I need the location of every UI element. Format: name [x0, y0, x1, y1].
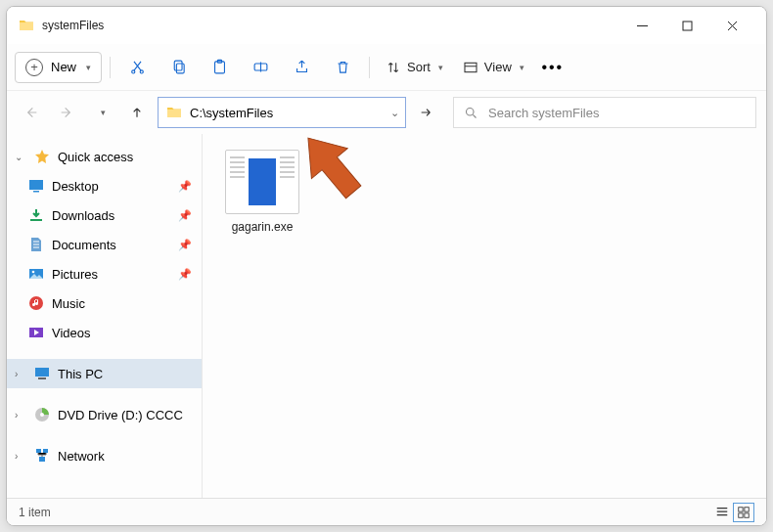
sidebar-quick-access[interactable]: ⌄ Quick access [7, 142, 202, 171]
recent-locations-button[interactable]: ▾ [87, 98, 116, 127]
svg-rect-0 [683, 22, 692, 30]
share-button[interactable] [283, 50, 320, 85]
svg-point-2 [140, 70, 143, 73]
chevron-right-icon: › [15, 451, 26, 462]
pin-icon: 📌 [178, 180, 192, 193]
svg-rect-8 [465, 63, 477, 71]
nav-row: ▾ C:\systemFiles ⌄ Search systemFiles [7, 91, 766, 134]
sidebar-item-documents[interactable]: Documents 📌 [7, 230, 202, 259]
sidebar-item-label: Downloads [52, 208, 114, 223]
chevron-down-icon[interactable]: ⌄ [390, 107, 399, 119]
sort-button[interactable]: Sort ▾ [378, 56, 451, 79]
document-icon [28, 237, 44, 252]
maximize-button[interactable] [664, 10, 709, 41]
details-view-button[interactable] [711, 503, 733, 522]
folder-icon [19, 18, 34, 33]
command-toolbar: + New ▾ Sort ▾ View ▾ ••• [7, 44, 766, 91]
chevron-down-icon: ▾ [86, 63, 91, 72]
cut-button[interactable] [118, 50, 156, 85]
forward-button[interactable] [52, 98, 81, 127]
sidebar-item-label: Network [58, 449, 105, 464]
pin-icon: 📌 [178, 239, 192, 251]
paste-button[interactable] [201, 50, 238, 85]
svg-rect-24 [745, 507, 749, 510]
rename-button[interactable] [242, 50, 279, 85]
pc-icon [34, 366, 50, 381]
icons-view-button[interactable] [733, 503, 754, 522]
chevron-down-icon: ▾ [520, 63, 524, 72]
sort-icon [386, 60, 401, 75]
file-pane[interactable]: gagarin.exe [203, 134, 766, 498]
sidebar-dvd[interactable]: › DVD Drive (D:) CCCC [7, 400, 202, 429]
sidebar-item-label: Quick access [58, 150, 133, 164]
sort-label: Sort [407, 60, 431, 74]
more-button[interactable]: ••• [536, 59, 569, 76]
folder-icon [166, 105, 182, 120]
status-bar: 1 item [7, 498, 766, 525]
star-icon [34, 149, 50, 164]
address-path: C:\systemFiles [190, 106, 273, 120]
view-icon [463, 60, 478, 75]
sidebar-item-music[interactable]: Music [7, 288, 202, 318]
svg-point-1 [131, 70, 134, 73]
delete-button[interactable] [324, 50, 361, 85]
minimize-button[interactable] [619, 10, 664, 41]
explorer-window: systemFiles + New ▾ Sort ▾ View ▾ [6, 6, 767, 526]
svg-rect-23 [739, 507, 743, 510]
sidebar-network[interactable]: › Network [7, 441, 202, 470]
close-button[interactable] [709, 10, 754, 41]
svg-rect-4 [176, 64, 184, 73]
plus-icon: + [25, 59, 43, 76]
chevron-down-icon: ⌄ [15, 152, 26, 162]
view-button[interactable]: View ▾ [455, 56, 532, 79]
new-button[interactable]: + New ▾ [15, 52, 102, 83]
sidebar-item-downloads[interactable]: Downloads 📌 [7, 200, 202, 230]
svg-rect-11 [33, 191, 39, 193]
svg-point-19 [40, 413, 44, 417]
svg-rect-22 [39, 457, 45, 462]
up-button[interactable] [122, 98, 152, 127]
svg-point-9 [467, 108, 475, 115]
sidebar-item-label: Pictures [52, 267, 98, 282]
item-count: 1 item [19, 506, 51, 519]
sidebar-item-pictures[interactable]: Pictures 📌 [7, 259, 202, 288]
sidebar-item-videos[interactable]: Videos [7, 318, 202, 347]
sidebar-item-label: This PC [58, 367, 103, 381]
sidebar: ⌄ Quick access Desktop 📌 Downloads 📌 Doc… [7, 134, 203, 498]
pin-icon: 📌 [178, 209, 192, 222]
sidebar-item-label: DVD Drive (D:) CCCC [58, 408, 183, 422]
chevron-down-icon: ▾ [438, 63, 443, 72]
file-item[interactable]: gagarin.exe [218, 150, 306, 234]
exe-icon [225, 150, 299, 214]
svg-rect-10 [29, 180, 43, 190]
search-box[interactable]: Search systemFiles [453, 97, 756, 128]
network-icon [34, 448, 50, 464]
sidebar-item-label: Desktop [52, 179, 99, 194]
sidebar-item-label: Documents [52, 238, 116, 252]
address-bar[interactable]: C:\systemFiles ⌄ [158, 97, 406, 128]
chevron-right-icon: › [15, 369, 26, 379]
search-placeholder: Search systemFiles [488, 106, 599, 120]
sidebar-this-pc[interactable]: › This PC [7, 359, 202, 388]
svg-point-13 [32, 271, 35, 274]
sidebar-item-desktop[interactable]: Desktop 📌 [7, 171, 202, 200]
svg-rect-25 [739, 512, 743, 516]
back-button[interactable] [17, 98, 46, 127]
copy-button[interactable] [159, 50, 197, 85]
file-label: gagarin.exe [232, 220, 294, 234]
chevron-right-icon: › [15, 410, 26, 421]
pictures-icon [28, 266, 44, 282]
new-button-label: New [51, 60, 76, 74]
desktop-icon [28, 178, 44, 194]
search-icon [464, 106, 478, 120]
pin-icon: 📌 [178, 268, 192, 281]
music-icon [28, 295, 44, 311]
separator [369, 57, 370, 78]
video-icon [28, 325, 44, 340]
dvd-icon [34, 407, 50, 422]
titlebar: systemFiles [7, 7, 766, 44]
view-label: View [484, 60, 512, 74]
go-button[interactable] [412, 98, 441, 127]
svg-rect-26 [745, 512, 749, 516]
sidebar-item-label: Music [52, 296, 85, 311]
